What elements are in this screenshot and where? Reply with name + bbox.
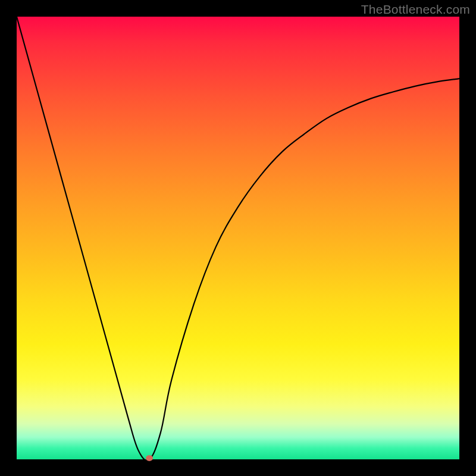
minimum-marker — [146, 455, 153, 461]
chart-frame: TheBottleneck.com — [0, 0, 476, 476]
watermark-text: TheBottleneck.com — [361, 2, 470, 17]
chart-svg — [17, 17, 459, 459]
chart-plot-area — [17, 17, 459, 459]
bottleneck-curve — [17, 17, 459, 459]
